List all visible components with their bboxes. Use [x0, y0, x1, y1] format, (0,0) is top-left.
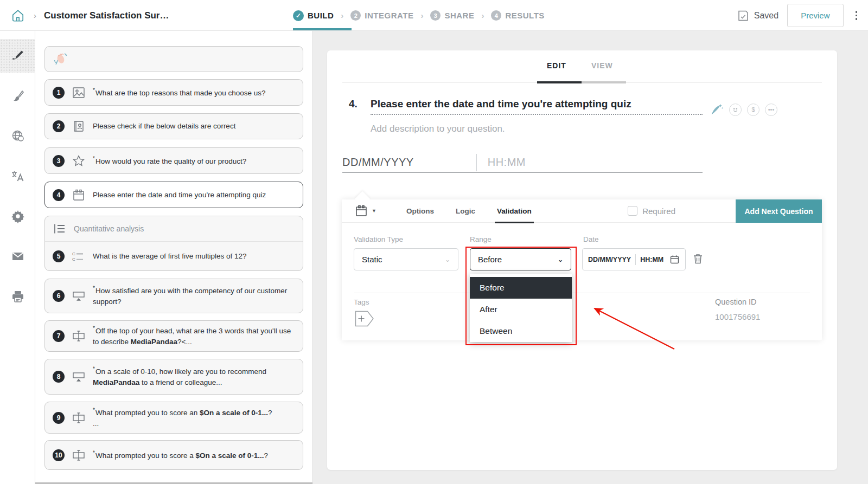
preview-button[interactable]: Preview: [787, 4, 843, 27]
survey-title: Customer Satisfaction Sur…: [44, 10, 169, 21]
validation-type-label: Validation Type: [354, 235, 403, 243]
build-stepper: ✓ BUILD › 2 INTEGRATE › 3 SHARE › 4 RESU…: [293, 0, 545, 31]
svg-text:C: C: [72, 257, 75, 262]
calendar-icon: [72, 189, 86, 201]
sidebar-item-editor[interactable]: [0, 39, 35, 73]
dropdown-option-between[interactable]: Between: [470, 320, 572, 342]
fill-blank-icon: C C: [72, 251, 86, 262]
edit-tab-underline: [537, 81, 582, 83]
sidebar-item-print[interactable]: [0, 280, 35, 313]
tool-sidebar: [0, 31, 35, 484]
question-type-selector[interactable]: ▼: [355, 205, 376, 217]
question-item-8[interactable]: 8 *On a scale of 0-10, how likely are yo…: [44, 359, 303, 395]
question-item-10[interactable]: 10 *What prompted you to score a $On a s…: [44, 440, 303, 470]
saved-label: Saved: [754, 11, 778, 21]
title-dotted-underline: [371, 114, 703, 115]
question-number: 4.: [349, 98, 358, 110]
validation-type-select[interactable]: Static ⌄: [354, 248, 458, 270]
sidebar-item-settings[interactable]: [0, 199, 35, 233]
emoji-icon[interactable]: [729, 104, 742, 116]
star-icon: [72, 154, 86, 167]
step-separator-icon: ›: [341, 11, 343, 20]
question-item-4[interactable]: 4 Please enter the date and time you're …: [44, 182, 303, 208]
step-build[interactable]: ✓ BUILD: [293, 10, 334, 21]
step-results[interactable]: 4 RESULTS: [491, 10, 544, 21]
question-item-2[interactable]: 2 Please check if the below details are …: [44, 113, 303, 139]
sidebar-item-themes[interactable]: [0, 79, 35, 113]
step-share[interactable]: 3 SHARE: [430, 10, 474, 21]
range-label: Range: [470, 235, 492, 243]
tab-options[interactable]: Options: [406, 199, 434, 223]
section-list-icon: [53, 223, 67, 234]
currency-icon[interactable]: $: [747, 104, 760, 116]
dropdown-option-after[interactable]: After: [470, 299, 572, 320]
breadcrumb-chevron-icon: ›: [34, 11, 36, 20]
question-item-3[interactable]: 3 *How would you rate the quality of our…: [44, 147, 303, 174]
slider-icon: [72, 371, 86, 382]
ai-feather-icon[interactable]: [710, 102, 724, 117]
step-separator-icon: ›: [420, 11, 423, 20]
datetime-answer-field[interactable]: DD/MM/YYYY HH:MM: [342, 152, 703, 173]
range-dropdown-menu: Before After Between: [470, 274, 572, 342]
question-id-value: 1001756691: [715, 312, 760, 321]
svg-text:C: C: [72, 251, 75, 256]
chevron-down-icon: ⌄: [445, 256, 450, 263]
top-header: › Customer Satisfaction Sur… ✓ BUILD › 2…: [0, 0, 868, 31]
pencil-icon: [11, 49, 25, 63]
more-actions-icon[interactable]: •••: [765, 104, 777, 116]
question-item-6[interactable]: 6 *How satisfied are you with the compet…: [44, 279, 303, 313]
question-properties-panel: ▼ Options Logic Validation Required Add …: [342, 199, 822, 340]
calendar-icon: [355, 205, 367, 217]
sidebar-item-translate[interactable]: [0, 159, 35, 193]
date-label: Date: [583, 235, 599, 243]
section-header[interactable]: Quantitative analysis: [45, 216, 303, 242]
tab-logic[interactable]: Logic: [456, 199, 475, 223]
image-icon: [72, 87, 86, 99]
more-options-icon[interactable]: [852, 8, 861, 23]
waving-hand-icon: [53, 51, 69, 67]
welcome-card[interactable]: [44, 46, 303, 72]
globe-icon: [11, 129, 25, 143]
required-checkbox[interactable]: [628, 206, 637, 216]
step-integrate[interactable]: 2 INTEGRATE: [350, 10, 413, 21]
sidebar-item-publish[interactable]: [0, 119, 35, 153]
textbox-icon: [72, 449, 86, 461]
chevron-down-icon: ⌄: [558, 256, 563, 263]
translate-icon: [10, 169, 25, 183]
question-item-7[interactable]: 7 *Off the top of your head, what are th…: [44, 320, 303, 352]
dropdown-option-before[interactable]: Before: [470, 277, 572, 299]
check-icon: ✓: [293, 10, 304, 21]
tab-view[interactable]: VIEW: [591, 61, 613, 70]
tab-edit[interactable]: EDIT: [547, 61, 566, 70]
save-status: Saved: [737, 9, 778, 22]
view-tab-underline: [582, 81, 626, 83]
home-icon[interactable]: [10, 8, 26, 24]
description-placeholder[interactable]: Add description to your question.: [371, 124, 505, 134]
time-placeholder[interactable]: HH:MM: [488, 156, 526, 169]
textbox-icon: [72, 330, 86, 342]
range-select[interactable]: Before ⌄: [470, 248, 571, 270]
tab-validation[interactable]: Validation: [497, 199, 532, 223]
question-id-label: Question ID: [715, 298, 757, 306]
validation-date-field[interactable]: DD/MM/YYYY HH:MM: [582, 248, 686, 270]
add-next-question-button[interactable]: Add Next Question: [736, 199, 822, 223]
active-step-underline: [293, 28, 352, 30]
sidebar-item-email[interactable]: [0, 240, 35, 273]
date-placeholder[interactable]: DD/MM/YYYY: [342, 156, 414, 169]
section-label: Quantitative analysis: [74, 224, 144, 233]
textbox-icon: [72, 412, 86, 424]
required-toggle[interactable]: Required: [628, 206, 675, 216]
question-item-5[interactable]: 5 C C What is the average of first five …: [45, 242, 303, 271]
properties-toolbar: ▼ Options Logic Validation Required Add …: [342, 199, 822, 223]
question-item-1[interactable]: 1 *What are the top reasons that made yo…: [44, 79, 303, 106]
question-title[interactable]: Please enter the date and time you're at…: [371, 98, 631, 110]
survey-builder-app: › Customer Satisfaction Sur… ✓ BUILD › 2…: [0, 0, 868, 484]
chevron-down-icon: ▼: [372, 208, 376, 214]
save-icon: [737, 9, 750, 22]
add-tag-button[interactable]: [355, 311, 374, 327]
delete-validation-icon[interactable]: [693, 254, 703, 264]
section-card: Quantitative analysis 5 C C What is the …: [44, 216, 303, 271]
mail-icon: [11, 249, 25, 263]
question-list-panel: 1 *What are the top reasons that made yo…: [35, 31, 312, 484]
question-item-9[interactable]: 9 *What prompted you to score an $On a s…: [44, 402, 303, 434]
